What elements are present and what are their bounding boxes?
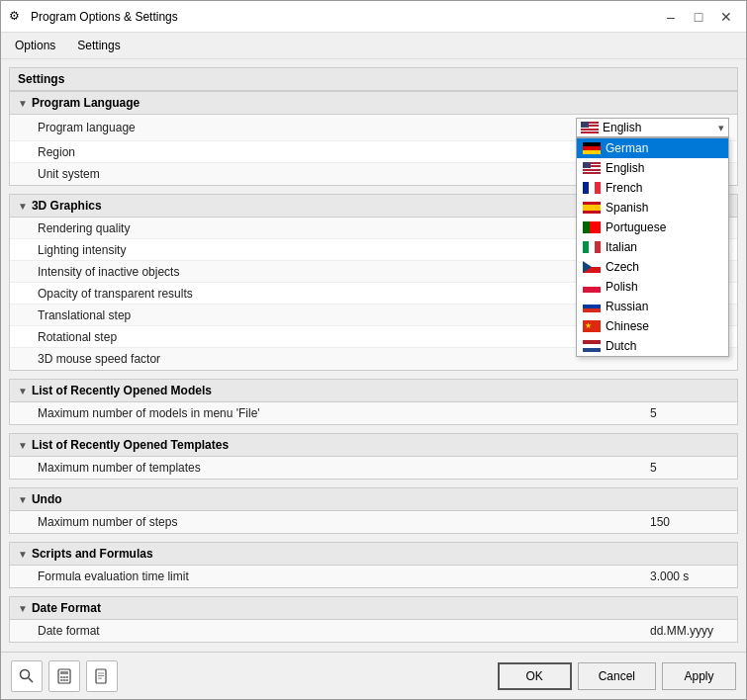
option-portuguese[interactable]: Portuguese — [577, 218, 728, 237]
date-format-group: Date format dd.MM.yyyy — [9, 620, 738, 643]
svg-rect-3 — [60, 671, 68, 674]
option-czech-label: Czech — [606, 260, 639, 274]
selected-language-text: English — [603, 121, 641, 134]
rendering-quality-label: Rendering quality — [38, 221, 650, 235]
unit-system-label: Unit system — [38, 167, 650, 181]
option-italian-label: Italian — [606, 240, 637, 254]
option-dutch[interactable]: Dutch — [577, 336, 728, 356]
option-spanish[interactable]: Spanish — [577, 198, 728, 218]
minimize-button[interactable]: – — [659, 7, 683, 27]
recent-templates-header[interactable]: ▼ List of Recently Opened Templates — [9, 433, 738, 457]
max-steps-label: Maximum number of steps — [38, 515, 650, 529]
recent-models-label: List of Recently Opened Models — [32, 384, 212, 397]
title-bar-left: ⚙ Program Options & Settings — [9, 9, 178, 25]
recent-templates-group: Maximum number of templates 5 — [9, 457, 738, 480]
row-max-templates: Maximum number of templates 5 — [10, 457, 737, 479]
collapse-arrow-3d: ▼ — [18, 201, 28, 212]
flag-cn — [583, 320, 601, 332]
flag-de — [583, 142, 601, 154]
flag-es — [583, 202, 601, 214]
max-models-value: 5 — [650, 406, 729, 420]
program-language-header[interactable]: ▼ Program Language — [9, 91, 738, 115]
menu-options[interactable]: Options — [5, 35, 65, 56]
date-format-row-label: Date format — [38, 624, 650, 638]
window-title: Program Options & Settings — [31, 10, 178, 24]
flag-cz — [583, 261, 601, 273]
date-format-label: Date Format — [32, 601, 101, 615]
apply-button[interactable]: Apply — [662, 662, 736, 690]
program-language-group: Program language English German — [9, 115, 738, 186]
search-icon — [19, 668, 35, 684]
scripts-label: Scripts and Formulas — [32, 547, 153, 561]
max-models-label: Maximum number of models in menu 'File' — [38, 406, 650, 420]
section-undo: ▼ Undo Maximum number of steps 150 — [9, 487, 738, 534]
settings-panel: Settings ▼ Program Language Program lang… — [1, 59, 746, 652]
option-russian[interactable]: Russian — [577, 297, 728, 316]
flag-ru — [583, 301, 601, 312]
bottom-bar: OK Cancel Apply — [1, 652, 746, 699]
app-icon: ⚙ — [9, 9, 25, 25]
document-icon — [94, 668, 110, 684]
option-czech[interactable]: Czech — [577, 257, 728, 277]
date-format-value: dd.MM.yyyy — [650, 624, 729, 638]
svg-point-0 — [21, 669, 30, 678]
bottom-right-buttons: OK Cancel Apply — [498, 662, 736, 690]
menu-settings[interactable]: Settings — [67, 35, 130, 56]
section-scripts: ▼ Scripts and Formulas Formula evaluatio… — [9, 542, 738, 588]
date-format-header[interactable]: ▼ Date Format — [9, 596, 738, 620]
option-chinese[interactable]: Chinese — [577, 316, 728, 336]
option-german-label: German — [606, 141, 648, 155]
svg-rect-5 — [63, 676, 66, 678]
cancel-button[interactable]: Cancel — [578, 662, 656, 690]
flag-fr — [583, 182, 601, 194]
opacity-transparent-label: Opacity of transparent results — [38, 287, 650, 301]
undo-label: Undo — [32, 492, 62, 506]
option-italian[interactable]: Italian — [577, 237, 728, 257]
option-english[interactable]: English — [577, 158, 728, 178]
section-recent-templates: ▼ List of Recently Opened Templates Maxi… — [9, 433, 738, 480]
3d-graphics-label: 3D Graphics — [32, 199, 102, 213]
option-german[interactable]: German — [577, 138, 728, 158]
flag-it — [583, 241, 601, 253]
translational-step-label: Translational step — [38, 308, 650, 322]
close-button[interactable]: ✕ — [714, 7, 738, 27]
svg-rect-4 — [60, 676, 63, 678]
collapse-arrow-language: ▼ — [18, 98, 28, 109]
flag-pt — [583, 221, 601, 233]
svg-rect-7 — [60, 679, 63, 681]
option-french[interactable]: French — [577, 178, 728, 198]
option-polish-label: Polish — [606, 280, 638, 294]
lighting-intensity-label: Lighting intensity — [38, 243, 650, 257]
option-chinese-label: Chinese — [606, 319, 649, 333]
maximize-button[interactable]: □ — [687, 7, 710, 27]
max-templates-value: 5 — [650, 461, 729, 475]
ok-button[interactable]: OK — [498, 662, 572, 690]
option-french-label: French — [606, 181, 642, 195]
calculator-icon-button[interactable] — [48, 660, 80, 692]
svg-rect-8 — [63, 679, 66, 681]
scripts-group: Formula evaluation time limit 3.000 s — [9, 566, 738, 588]
undo-header[interactable]: ▼ Undo — [9, 487, 738, 511]
collapse-arrow-undo: ▼ — [18, 494, 28, 505]
language-dropdown-selected[interactable]: English — [576, 118, 729, 137]
svg-line-1 — [29, 677, 34, 682]
section-recent-models: ▼ List of Recently Opened Models Maximum… — [9, 379, 738, 425]
document-icon-button[interactable] — [86, 660, 118, 692]
region-label: Region — [38, 145, 650, 159]
row-date-format: Date format dd.MM.yyyy — [10, 620, 737, 642]
recent-templates-label: List of Recently Opened Templates — [32, 438, 229, 452]
recent-models-header[interactable]: ▼ List of Recently Opened Models — [9, 379, 738, 402]
option-polish[interactable]: Polish — [577, 277, 728, 297]
recent-models-group: Maximum number of models in menu 'File' … — [9, 402, 738, 425]
calculator-icon — [56, 668, 72, 684]
mouse-speed-label: 3D mouse speed factor — [38, 352, 650, 366]
collapse-arrow-templates: ▼ — [18, 440, 28, 451]
flag-nl — [583, 340, 601, 352]
collapse-arrow-models: ▼ — [18, 386, 28, 396]
eval-time-label: Formula evaluation time limit — [38, 569, 650, 583]
search-icon-button[interactable] — [11, 660, 43, 692]
row-eval-time: Formula evaluation time limit 3.000 s — [10, 566, 737, 587]
option-dutch-label: Dutch — [606, 339, 636, 353]
scripts-header[interactable]: ▼ Scripts and Formulas — [9, 542, 738, 566]
program-language-row-label: Program language — [38, 121, 576, 134]
